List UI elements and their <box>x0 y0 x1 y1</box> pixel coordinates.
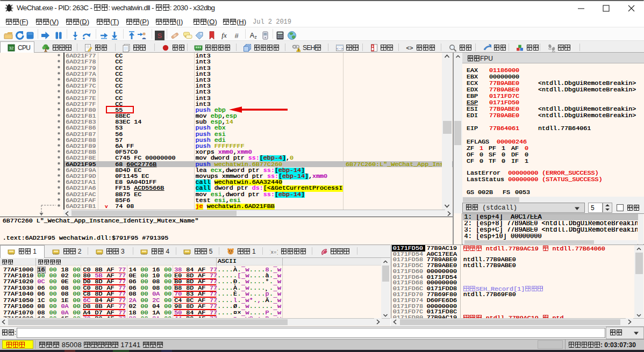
svg-text:S: S <box>158 32 162 40</box>
svg-text:<>: <> <box>406 45 413 51</box>
svg-text:z: z <box>254 34 256 40</box>
svg-text:<·>: <·> <box>337 47 344 51</box>
svg-text:#: # <box>234 32 239 40</box>
svg-text:[x=]: [x=] <box>270 250 278 255</box>
svg-text:fx: fx <box>221 31 227 39</box>
svg-text:32: 32 <box>9 46 13 51</box>
